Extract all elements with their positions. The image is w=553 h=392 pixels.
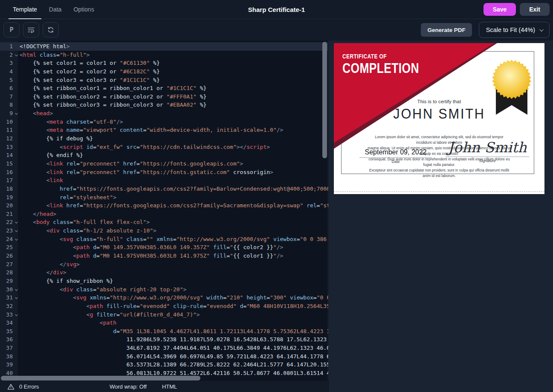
- fold-spacer: [13, 67, 20, 76]
- fold-chevron-icon[interactable]: [13, 218, 20, 226]
- code-text: 34L67.8192 37.4494L64.051 40.175L66.3849…: [20, 344, 328, 352]
- code-line[interactable]: 1<!DOCTYPE html>: [0, 42, 328, 51]
- code-line[interactable]: 13 <script id="ext_fw" src="https://cdn.…: [0, 143, 328, 151]
- vertical-scrollbar[interactable]: [322, 42, 327, 158]
- fold-spacer: [13, 101, 20, 109]
- code-text: {% if show_ribbon %}: [20, 277, 328, 285]
- editor-status-bar: 0 Errors Word wrap: Off HTML: [0, 381, 328, 392]
- code-line[interactable]: 2<html class="h-full">: [0, 51, 328, 59]
- fold-spacer: [13, 360, 20, 369]
- generate-pdf-button[interactable]: Generate PDF: [421, 23, 472, 37]
- fold-chevron-icon[interactable]: [13, 109, 20, 118]
- code-line[interactable]: 28 </div>: [0, 268, 328, 277]
- prettier-format-button[interactable]: P: [3, 22, 20, 38]
- signature-value: John Smith: [446, 139, 529, 157]
- fold-spacer: [13, 176, 20, 185]
- code-line[interactable]: 39 63.5373L28.1389 66.2789L25.8222 62.24…: [0, 360, 328, 369]
- tab-options[interactable]: Options: [67, 0, 100, 19]
- code-text: {% set color1 = color1 or "#C61130" %}: [20, 59, 328, 67]
- fold-spacer: [13, 42, 20, 51]
- code-line[interactable]: 18 href="https://fonts.googleapis.com/cs…: [0, 185, 328, 193]
- code-line[interactable]: 11 <meta name="viewport" content="width=…: [0, 126, 328, 134]
- code-line[interactable]: 15 <link rel="preconnect" href="https://…: [0, 160, 328, 168]
- code-line[interactable]: 35 d="M35 1L38.1045 4.4627L41.8611 1.721…: [0, 327, 328, 336]
- exit-button[interactable]: Exit: [520, 3, 550, 16]
- language-mode[interactable]: HTML: [162, 383, 177, 390]
- code-line[interactable]: 27 </svg>: [0, 260, 328, 269]
- fold-chevron-icon[interactable]: [13, 285, 20, 294]
- line-number: 27: [0, 260, 13, 269]
- code-text: {% set ribbon_color1 = ribbon_color1 or …: [20, 84, 328, 93]
- code-line[interactable]: 17 <link: [0, 176, 328, 185]
- line-number: 36: [0, 335, 13, 344]
- code-line[interactable]: 16 <link rel="preconnect" href="https://…: [0, 168, 328, 177]
- code-line[interactable]: 3 {% set color1 = color1 or "#C61130" %}: [0, 59, 328, 67]
- code-line[interactable]: 31 <svg xmlns="http://www.w3.org/2000/sv…: [0, 293, 328, 302]
- code-line[interactable]: 7 {% set ribbon_color2 = ribbon_color2 o…: [0, 93, 328, 101]
- line-number: 2: [0, 51, 13, 59]
- code-line[interactable]: 14 {% endif %}: [0, 151, 328, 160]
- code-editor[interactable]: 1<!DOCTYPE html>2<html class="h-full">3 …: [0, 41, 328, 392]
- code-line[interactable]: 25 <path d="M0 149.357V0H385.036L0 149.3…: [0, 243, 328, 252]
- code-line[interactable]: 12 {% if debug %}: [0, 134, 328, 143]
- editor-toolbar: P Generate PDF Scale to Fit (44%): [0, 20, 553, 41]
- save-button[interactable]: Save: [484, 3, 516, 16]
- code-line[interactable]: 23 <div class="h-1/2 absolute z-10">: [0, 226, 328, 235]
- code-line[interactable]: 9 <head>: [0, 109, 328, 118]
- code-line[interactable]: 30 <div class="absolute right-20 top-20"…: [0, 285, 328, 294]
- fold-chevron-icon[interactable]: [13, 235, 20, 244]
- code-line[interactable]: 19 rel="stylesheet">: [0, 193, 328, 202]
- fold-chevron-icon[interactable]: [13, 311, 20, 319]
- code-line[interactable]: 29 {% if show_ribbon %}: [0, 277, 328, 285]
- fold-spacer: [13, 126, 20, 134]
- code-line[interactable]: 5 {% set color3 = color3 or "#1C1C1C" %}: [0, 76, 328, 84]
- fold-chevron-icon[interactable]: [13, 226, 20, 235]
- word-wrap-status[interactable]: Word wrap: Off: [110, 383, 147, 390]
- preview-pane: CERTIFICATE OF COMPLETION This is to cer…: [329, 41, 553, 392]
- line-number: 22: [0, 218, 13, 226]
- fold-spacer: [13, 327, 20, 336]
- code-line[interactable]: 37 34L67.8192 37.4494L64.051 40.175L66.3…: [0, 344, 328, 352]
- signature-label: Signature: [446, 157, 529, 163]
- scale-to-fit-label: Scale to Fit (44%): [486, 26, 535, 33]
- code-line[interactable]: 38 56.0714L54.3969 60.6976L49.85 59.721L…: [0, 352, 328, 361]
- tab-data[interactable]: Data: [43, 0, 68, 19]
- fold-chevron-icon[interactable]: [13, 51, 20, 59]
- line-number: 4: [0, 67, 13, 76]
- code-line[interactable]: 22 <body class="h-full flex flex-col">: [0, 218, 328, 226]
- code-line[interactable]: 26 <path d="M0 141.975V0H385.603L0 141.9…: [0, 252, 328, 260]
- horizontal-scrollbar[interactable]: [1, 376, 200, 380]
- date-label: Date: [359, 158, 432, 164]
- tab-template[interactable]: Template: [7, 0, 43, 19]
- line-number: 37: [0, 344, 13, 352]
- code-text: d="M35 1L38.1045 4.4627L41.8611 1.72113L…: [20, 327, 328, 336]
- word-wrap-button[interactable]: [23, 22, 39, 38]
- code-line[interactable]: 8 {% set ribbon_color3 = ribbon_color3 o…: [0, 101, 328, 109]
- scale-to-fit-dropdown[interactable]: Scale to Fit (44%): [479, 22, 550, 38]
- code-text: rel="stylesheet">: [20, 193, 328, 202]
- refresh-button[interactable]: [43, 22, 59, 38]
- code-line[interactable]: 36 11.9286L59.5238 11.9187L59.0278 16.54…: [0, 335, 328, 344]
- code-line[interactable]: 21 </head>: [0, 210, 328, 218]
- code-text: <svg class="h-full" class="" xmlns="http…: [20, 235, 328, 244]
- line-number: 34: [0, 319, 13, 327]
- line-number: 15: [0, 160, 13, 168]
- certificate-of-text: CERTIFICATE OF: [342, 52, 419, 60]
- code-line[interactable]: 6 {% set ribbon_color1 = ribbon_color1 o…: [0, 84, 328, 93]
- completion-text: COMPLETION: [342, 60, 419, 76]
- line-number: 35: [0, 327, 13, 336]
- fold-spacer: [13, 344, 20, 352]
- code-line[interactable]: 4 {% set color2 = color2 or "#6C182C" %}: [0, 67, 328, 76]
- code-text: <path d="M0 149.357V0H385.036L0 149.357Z…: [20, 243, 328, 252]
- code-line[interactable]: 10 <meta charset="utf-8"/>: [0, 118, 328, 126]
- fold-chevron-icon[interactable]: [13, 293, 20, 302]
- code-line[interactable]: 34 <path: [0, 319, 328, 327]
- code-line[interactable]: 24 <svg class="h-full" class="" xmlns="h…: [0, 235, 328, 244]
- error-count: 0 Errors: [19, 383, 39, 390]
- code-line[interactable]: 20 <link href="https://fonts.googleapis.…: [0, 201, 328, 210]
- line-number: 12: [0, 134, 13, 143]
- certificate-headings: CERTIFICATE OF COMPLETION: [342, 52, 419, 76]
- code-line[interactable]: 32 <path fill-rule="evenodd" clip-rule="…: [0, 302, 328, 311]
- code-line[interactable]: 33 <g filter="url(#filter0_d_404_7)">: [0, 311, 328, 319]
- line-number: 7: [0, 93, 13, 101]
